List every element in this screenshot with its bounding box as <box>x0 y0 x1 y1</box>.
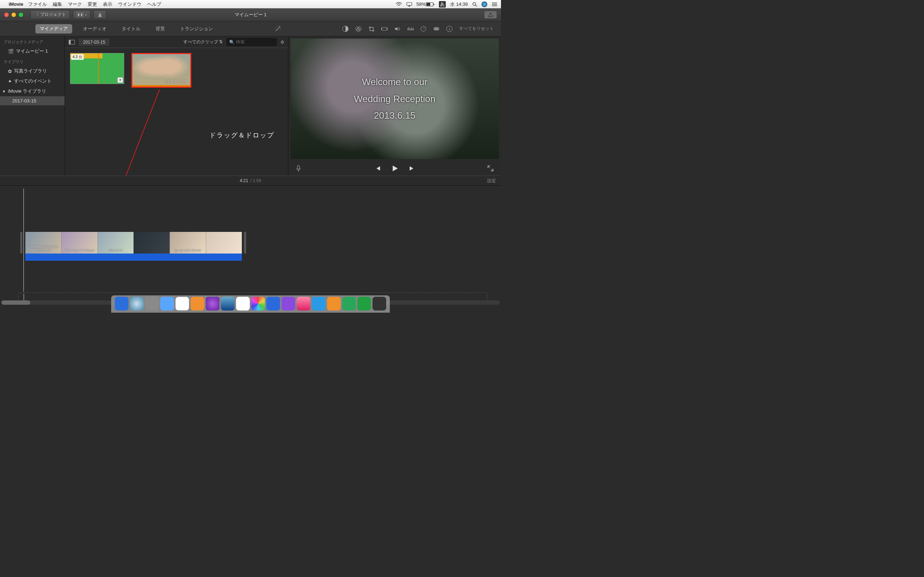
audio-track[interactable] <box>25 253 242 261</box>
reset-all-button[interactable]: すべてをリセット <box>459 26 494 32</box>
dock-app[interactable] <box>115 297 129 311</box>
sidebar-item-photo-library[interactable]: ✿写真ライブラリ <box>0 66 65 76</box>
menu-modify[interactable]: 変更 <box>88 1 97 8</box>
disclosure-triangle-icon[interactable]: ▼ <box>2 89 6 93</box>
timeline-frame[interactable]: by my side forever <box>170 232 206 253</box>
clip-playhead[interactable] <box>98 53 99 84</box>
color-balance-icon[interactable] <box>342 26 349 32</box>
menu-help[interactable]: ヘルプ <box>147 1 162 8</box>
ime-indicator[interactable]: あ <box>439 1 446 8</box>
dock-app[interactable] <box>221 297 234 311</box>
crop-icon[interactable] <box>368 26 375 32</box>
close-button[interactable] <box>4 13 9 17</box>
dock-app[interactable] <box>297 297 310 311</box>
sidebar-item-imovie-library[interactable]: ▼iMovie ライブラリ <box>0 86 65 96</box>
dock-app[interactable] <box>236 297 250 311</box>
timeline-frame[interactable] <box>206 232 242 253</box>
dock-app[interactable] <box>281 297 295 311</box>
spotlight-icon[interactable] <box>472 2 477 7</box>
menu-window[interactable]: ウインドウ <box>118 1 142 8</box>
dock-app[interactable] <box>145 297 159 311</box>
svg-rect-3 <box>433 3 434 5</box>
enhance-wand-icon[interactable] <box>274 26 281 32</box>
dock-app[interactable] <box>251 297 265 311</box>
clip-handle-right[interactable] <box>244 232 246 253</box>
notification-center-icon[interactable] <box>492 2 498 6</box>
dock-app[interactable] <box>160 297 174 311</box>
siri-icon[interactable] <box>481 2 487 7</box>
dock-app[interactable] <box>357 297 371 311</box>
timeline-frame[interactable]: 2012.8.21 <box>97 232 134 253</box>
dock-app[interactable] <box>130 297 144 311</box>
sidebar-item-event[interactable]: 2017-03-15 <box>0 96 65 105</box>
import-button[interactable] <box>94 10 107 19</box>
media-clip-project[interactable]: 4.3 分 + <box>70 53 124 84</box>
timeline-frame[interactable]: Wedding Reception 2013.6.15 <box>25 232 61 253</box>
share-button[interactable] <box>485 11 497 18</box>
tab-my-media[interactable]: マイメディア <box>36 24 72 34</box>
tab-audio[interactable]: オーディオ <box>79 24 111 34</box>
zoom-slider[interactable] <box>443 180 476 181</box>
dock-app[interactable] <box>267 297 280 311</box>
battery-status[interactable]: 58% <box>417 2 435 7</box>
clip-filter-dropdown[interactable]: すべてのクリップ ⇅ <box>183 39 223 45</box>
menu-mark[interactable]: マーク <box>68 1 82 8</box>
playback-controls <box>288 161 501 176</box>
tab-backgrounds[interactable]: 背景 <box>151 24 169 34</box>
annotation-text: ドラッグ＆ドロップ <box>209 131 274 140</box>
video-track[interactable]: Wedding Reception 2013.6.15 First Days i… <box>25 232 242 255</box>
svg-rect-12 <box>387 28 388 29</box>
sidebar-item-all-events[interactable]: ✦すべてのイベント <box>0 76 65 86</box>
project-title: マイムービー 1 <box>234 11 267 18</box>
info-icon[interactable]: i <box>446 26 452 32</box>
next-button[interactable] <box>409 165 415 172</box>
sidebar-item-project[interactable]: 🎬マイムービー 1 <box>0 46 65 56</box>
media-clip-selected[interactable]: 2012.8.21 <box>131 53 191 88</box>
tab-titles[interactable]: タイトル <box>117 24 145 34</box>
clip-filter-icon[interactable] <box>433 26 439 32</box>
event-date-label[interactable]: 2017-03-15 <box>79 39 109 46</box>
add-clip-button[interactable]: + <box>117 77 123 83</box>
fullscreen-icon[interactable] <box>487 165 494 172</box>
timeline-frame[interactable] <box>134 232 170 253</box>
menu-edit[interactable]: 編集 <box>53 1 62 8</box>
noise-reduction-icon[interactable] <box>407 26 414 32</box>
zoom-button[interactable] <box>19 13 23 17</box>
clock[interactable]: 水 14:39 <box>450 1 468 8</box>
dock-app[interactable] <box>175 297 189 311</box>
voiceover-icon[interactable] <box>296 165 301 172</box>
dock-app[interactable] <box>206 297 220 311</box>
color-correction-icon[interactable] <box>355 26 362 32</box>
back-to-projects-button[interactable]: 〈プロジェクト <box>30 10 70 19</box>
minimize-button[interactable] <box>11 13 16 17</box>
timeline-settings-button[interactable]: 設定 <box>487 178 496 184</box>
timeline[interactable]: Wedding Reception 2013.6.15 First Days i… <box>0 186 501 306</box>
app-menu[interactable]: iMovie <box>9 2 23 7</box>
dock-app[interactable] <box>327 297 341 311</box>
timeline-frame[interactable]: First Days in Nagoya <box>61 232 97 253</box>
clip-handle-left[interactable] <box>20 232 23 253</box>
browser-settings-icon[interactable]: ⚙ <box>281 40 284 45</box>
wifi-icon[interactable] <box>396 2 402 6</box>
sidebar-toggle-icon[interactable] <box>69 40 75 45</box>
airplay-icon[interactable] <box>406 2 412 6</box>
volume-icon[interactable] <box>394 26 401 32</box>
theater-button[interactable]: ♪ <box>73 10 90 19</box>
speed-icon[interactable] <box>420 26 426 32</box>
dock-app[interactable] <box>312 297 326 311</box>
menu-view[interactable]: 表示 <box>103 1 112 8</box>
timeline-playhead[interactable] <box>23 189 24 292</box>
tab-transitions[interactable]: トランジション <box>176 24 217 34</box>
menu-file[interactable]: ファイル <box>28 1 47 8</box>
video-viewer[interactable]: Welcome to our Wedding Reception 2013.6.… <box>291 39 499 159</box>
dock-app[interactable] <box>342 297 356 311</box>
play-button[interactable] <box>391 164 399 172</box>
stabilization-icon[interactable] <box>381 26 388 32</box>
dock-app[interactable] <box>373 297 386 311</box>
search-field[interactable]: 🔍検索 <box>226 38 277 46</box>
scrollbar-thumb[interactable] <box>2 300 30 305</box>
macos-menubar: iMovie ファイル 編集 マーク 変更 表示 ウインドウ ヘルプ 58% あ… <box>0 0 501 8</box>
dock-app[interactable] <box>191 297 204 311</box>
svg-point-4 <box>473 3 476 5</box>
prev-button[interactable] <box>374 165 381 172</box>
